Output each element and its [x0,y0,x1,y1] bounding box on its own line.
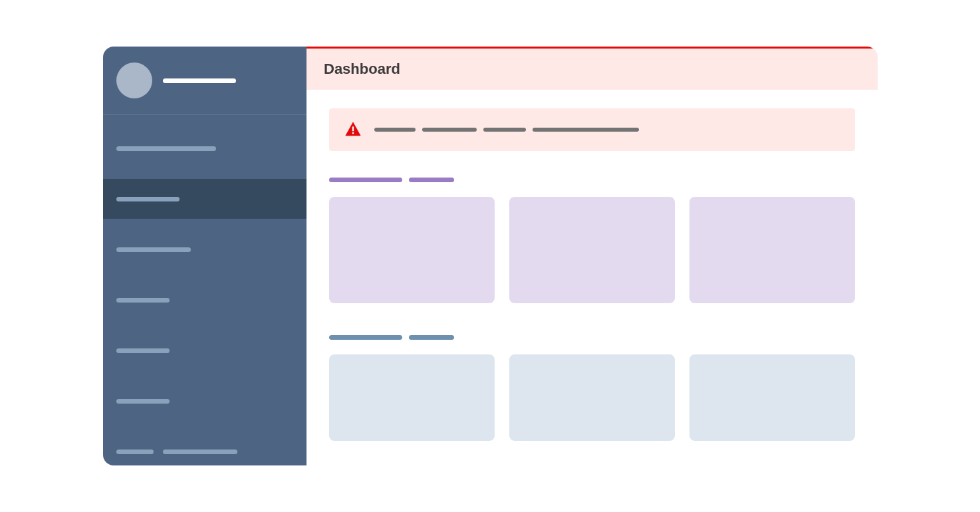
content-area [306,90,878,441]
section-heading [329,178,855,182]
sidebar-item-2[interactable] [103,229,306,269]
card-1-2[interactable] [689,354,855,441]
card-0-0[interactable] [329,197,495,303]
card-1-1[interactable] [509,354,675,441]
sidebar-item-label [116,197,180,201]
card-row [329,197,855,303]
warning-icon [344,120,362,139]
sidebar-item-4[interactable] [103,330,306,370]
sidebar-item-5[interactable] [103,381,306,421]
sidebar-item-label-b [163,449,237,454]
card-0-2[interactable] [689,197,855,303]
username-placeholder [163,78,236,83]
sidebar-item-label [116,247,191,252]
app-frame: Dashboard [103,47,878,465]
sidebar-header [103,47,306,115]
section-title-a [329,335,402,340]
section-title-a [329,178,402,182]
sidebar-item-3[interactable] [103,280,306,320]
sidebar-item-label [116,298,170,303]
sidebar-item-6[interactable] [103,432,306,465]
section-title-b [409,178,454,182]
sidebar-item-label [116,399,170,404]
card-1-0[interactable] [329,354,495,441]
sidebar [103,47,306,465]
avatar[interactable] [116,63,152,98]
svg-rect-0 [352,126,354,131]
main-content: Dashboard [306,47,878,465]
sidebar-item-label [116,146,216,151]
section-title-b [409,335,454,340]
alert-message [374,128,639,132]
section-heading [329,335,855,340]
sidebar-item-label [116,348,170,353]
sidebar-item-1[interactable] [103,179,306,219]
alert-banner [329,108,855,151]
card-0-1[interactable] [509,197,675,303]
header-banner: Dashboard [306,49,878,90]
sidebar-item-0[interactable] [103,128,306,168]
page-title: Dashboard [324,61,860,78]
sidebar-nav [103,115,306,465]
section-0 [329,178,855,303]
section-1 [329,335,855,441]
sidebar-item-label-a [116,449,154,454]
svg-rect-1 [352,132,354,134]
card-row [329,354,855,441]
